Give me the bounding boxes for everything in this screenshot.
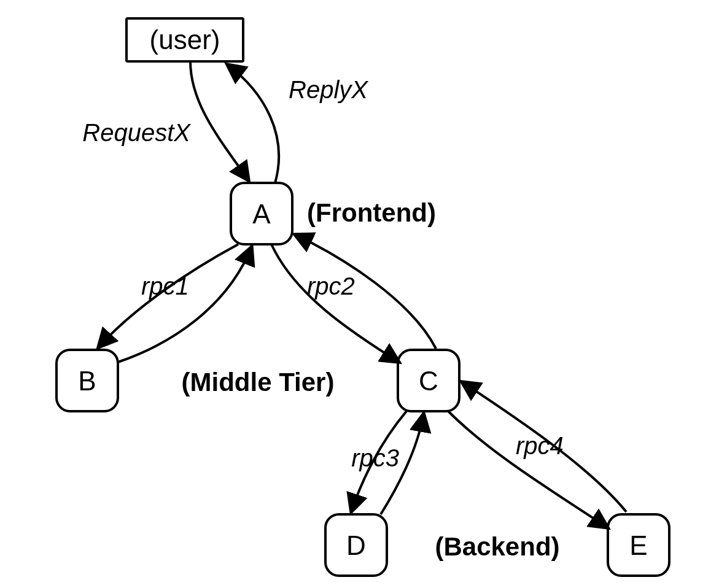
node-e-label: E (629, 530, 647, 560)
edge-label-replyx: ReplyX (289, 76, 368, 103)
edge-rpc1-up (118, 247, 252, 362)
edge-label-rpc2: rpc2 (307, 273, 355, 300)
edge-requestx (190, 61, 249, 180)
edge-label-rpc1: rpc1 (141, 273, 189, 300)
edge-label-requestx: RequestX (82, 119, 191, 146)
node-d-label: D (346, 530, 366, 560)
node-c-label: C (419, 366, 438, 396)
node-c: C (398, 350, 459, 411)
node-user: (user) (126, 18, 243, 61)
edge-label-rpc3: rpc3 (351, 444, 399, 471)
node-d: D (325, 514, 387, 576)
node-e: E (608, 514, 669, 576)
tier-label-backend: (Backend) (435, 532, 559, 561)
node-a-label: A (252, 199, 271, 229)
edge-rpc2-down (271, 244, 399, 362)
node-b-label: B (78, 366, 96, 396)
edge-replyx (227, 64, 279, 183)
node-user-label: (user) (150, 25, 220, 55)
node-b: B (56, 350, 118, 411)
tier-label-frontend: (Frontend) (307, 198, 436, 227)
rpc-tree-diagram: (user) A B C D E (Frontend) (Middle Tier… (0, 0, 719, 588)
node-a: A (231, 183, 292, 244)
tier-label-middle: (Middle Tier) (182, 368, 335, 397)
edge-label-rpc4: rpc4 (516, 432, 564, 459)
